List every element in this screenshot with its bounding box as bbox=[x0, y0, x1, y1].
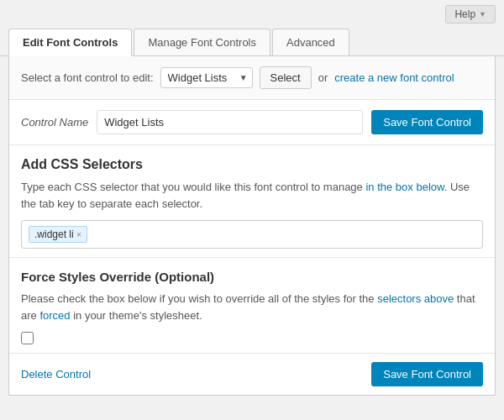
force-styles-title: Force Styles Override (Optional) bbox=[21, 270, 483, 284]
control-name-label: Control Name bbox=[21, 116, 88, 129]
css-selectors-section: Add CSS Selectors Type each CSS selector… bbox=[9, 145, 495, 258]
force-desc-highlight2: forced bbox=[39, 309, 70, 322]
force-desc-highlight1: selectors above bbox=[377, 292, 454, 305]
help-button[interactable]: Help ▼ bbox=[445, 5, 496, 24]
delete-control-link[interactable]: Delete Control bbox=[21, 368, 91, 381]
force-styles-desc: Please check the box below if you wish t… bbox=[21, 291, 483, 323]
css-section-desc: Type each CSS selector that you would li… bbox=[21, 179, 483, 212]
tab-manage-font-controls[interactable]: Manage Font Controls bbox=[134, 29, 270, 55]
font-control-dropdown[interactable]: Widget Lists bbox=[160, 67, 253, 88]
css-tag-close-icon[interactable]: × bbox=[76, 230, 81, 239]
css-section-title: Add CSS Selectors bbox=[21, 157, 483, 172]
dropdown-wrapper: Widget Lists ▼ bbox=[160, 67, 253, 88]
tab-advanced[interactable]: Advanced bbox=[272, 29, 349, 55]
css-tag-label: .widget li bbox=[34, 228, 74, 240]
save-font-control-button-top[interactable]: Save Font Control bbox=[371, 110, 483, 134]
help-bar: Help ▼ bbox=[0, 0, 504, 24]
force-styles-checkbox[interactable] bbox=[21, 332, 34, 344]
select-button[interactable]: Select bbox=[260, 66, 312, 89]
or-text: or bbox=[318, 71, 328, 84]
help-label: Help bbox=[454, 8, 475, 20]
force-styles-section: Force Styles Override (Optional) Please … bbox=[9, 258, 495, 354]
css-tag-widget-li: .widget li × bbox=[29, 226, 87, 243]
css-desc-highlight: in the box below bbox=[365, 181, 444, 193]
tabs-bar: Edit Font Controls Manage Font Controls … bbox=[0, 24, 504, 56]
control-name-input[interactable] bbox=[97, 110, 363, 134]
bottom-bar: Delete Control Save Font Control bbox=[9, 354, 495, 395]
select-row-label: Select a font control to edit: bbox=[21, 71, 154, 84]
save-font-control-button-bottom[interactable]: Save Font Control bbox=[371, 362, 483, 386]
chevron-down-icon: ▼ bbox=[479, 10, 486, 18]
tab-edit-font-controls[interactable]: Edit Font Controls bbox=[8, 29, 132, 56]
control-name-section: Control Name Save Font Control bbox=[9, 100, 495, 145]
select-row: Select a font control to edit: Widget Li… bbox=[9, 56, 495, 100]
main-content: Select a font control to edit: Widget Li… bbox=[8, 56, 496, 396]
force-styles-checkbox-wrapper bbox=[21, 332, 483, 344]
css-tag-input-box[interactable]: .widget li × bbox=[21, 220, 483, 249]
create-new-font-control-link[interactable]: create a new font control bbox=[334, 71, 454, 84]
